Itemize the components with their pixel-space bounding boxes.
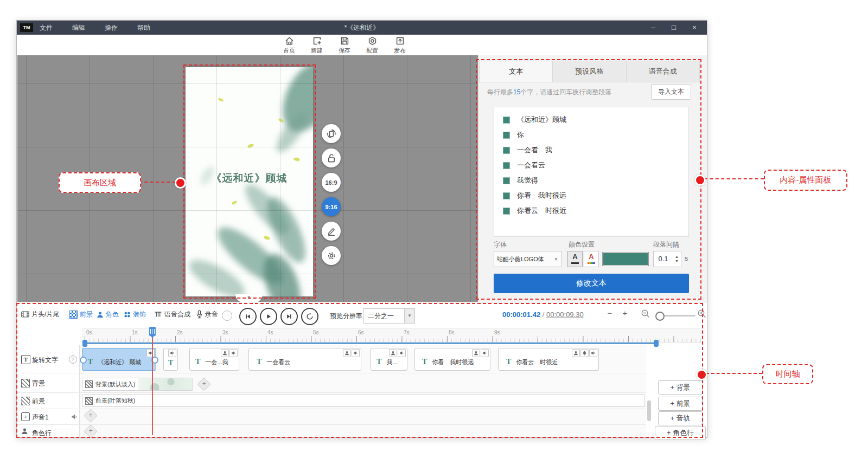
text-clip[interactable]: T你看云 时很近 <box>498 348 599 371</box>
mute-speaker-icon[interactable] <box>71 413 78 420</box>
minimize-button[interactable]: – <box>646 23 660 33</box>
add-character-row-button[interactable]: + 角色行 <box>655 426 706 440</box>
unlock-button[interactable] <box>322 148 341 167</box>
tab-text[interactable]: 文本 <box>480 61 552 82</box>
resolution-value: 二分之一 <box>363 309 404 323</box>
color-swatch[interactable] <box>602 252 649 266</box>
background-clip[interactable]: 背景(默认淡入) <box>82 378 193 391</box>
text-clip[interactable]: T一会...我 <box>189 348 239 371</box>
canvas-settings-button[interactable] <box>322 246 341 265</box>
list-item[interactable]: 你看云 时很近 <box>494 203 688 218</box>
canvas-collapse-tab[interactable]: ▼ <box>235 294 263 302</box>
stepper-arrows[interactable]: ▲▼ <box>673 251 681 267</box>
list-item[interactable]: 《远和近》顾城 <box>494 112 688 127</box>
current-time: 00:00:01.42 <box>502 311 540 319</box>
config-button[interactable]: 配置 <box>360 35 384 55</box>
video-preview[interactable]: 《远和近》顾城 <box>186 67 313 296</box>
bullet-icon <box>503 117 510 124</box>
zoom-in-icon[interactable] <box>697 309 707 319</box>
publish-button[interactable]: 发布 <box>388 35 412 55</box>
ratio-9-16-button[interactable]: 9:16 <box>322 197 341 216</box>
tool-intro-outro[interactable]: 片头/片尾 <box>21 309 59 319</box>
more-button[interactable]: ··· <box>222 311 232 321</box>
add-audio-track-button[interactable]: + 音轨 <box>658 411 703 425</box>
video-title-text[interactable]: 《远和近》顾城 <box>186 171 313 185</box>
next-frame-button[interactable] <box>280 308 298 325</box>
text-clip[interactable]: T《远和近》 顾城 <box>82 348 156 371</box>
playhead-handle[interactable] <box>149 327 156 336</box>
ratio-16-9-button[interactable]: 16:9 <box>322 173 341 192</box>
list-item[interactable]: 一会看云 <box>494 158 688 173</box>
add-background-track-button[interactable]: + 背景 <box>658 380 703 395</box>
arrow-up-icon[interactable]: ▲ <box>673 255 681 259</box>
preview-resolution-dropdown[interactable]: 二分之一 ▼ <box>363 308 415 324</box>
prev-frame-button[interactable] <box>239 308 257 325</box>
speaker-icon[interactable] <box>481 349 489 357</box>
person-icon[interactable] <box>472 349 480 357</box>
text-clip[interactable]: T一会看云 <box>248 348 361 371</box>
speaker-icon[interactable] <box>352 349 360 357</box>
paragraph-gap-stepper[interactable]: 0.1 ▲▼ <box>653 251 681 267</box>
arrow-down-icon[interactable]: ▼ <box>673 259 681 263</box>
list-item[interactable]: 你看 我时很远 <box>494 188 688 203</box>
speaker-icon[interactable] <box>589 349 597 357</box>
speaker-icon[interactable] <box>398 349 406 357</box>
replay-button[interactable] <box>301 308 318 325</box>
speaker-icon[interactable] <box>168 349 176 357</box>
speaker-icon[interactable] <box>229 349 238 357</box>
play-button[interactable] <box>260 308 277 325</box>
tool-tts[interactable]: 语音合成 <box>154 309 190 319</box>
ruler-label: 0s <box>86 329 92 335</box>
clip-t-glyph: T <box>376 358 381 366</box>
new-button[interactable]: 新建 <box>305 35 329 55</box>
add-foreground-track-button[interactable]: + 前景 <box>658 397 703 411</box>
person-icon[interactable] <box>221 349 229 357</box>
background-clip-label: 背景(默认淡入) <box>95 380 135 389</box>
import-text-button[interactable]: 导入文本 <box>651 84 691 100</box>
total-time[interactable]: 00:00:09.30 <box>546 311 584 319</box>
tool-record[interactable]: 录音 <box>196 309 218 319</box>
zoom-out-icon[interactable] <box>641 309 650 319</box>
time-increase-button[interactable]: + <box>620 308 630 318</box>
scrollbar-left-cap[interactable] <box>82 340 87 347</box>
timeline-ruler[interactable]: 0s 1s 2s 3s 4s 5s 6s 7s 8s 9s <box>82 328 705 342</box>
bullet-icon <box>503 162 510 169</box>
home-button[interactable]: 首页 <box>277 35 301 55</box>
rainbow-color-button[interactable]: A <box>584 251 599 267</box>
save-button[interactable]: 保存 <box>333 35 356 55</box>
tab-voice-synthesis[interactable]: 语音合成 <box>626 61 699 82</box>
tool-character[interactable]: 角色 <box>97 309 119 319</box>
text-clip[interactable]: T我... <box>371 348 407 371</box>
timecode: 00:00:01.42 / 00:00:09.30 <box>502 311 584 319</box>
modify-text-button[interactable]: 修改文本 <box>494 274 689 293</box>
text-clip[interactable]: T你看 我时很远 <box>414 348 490 371</box>
edit-canvas-button[interactable] <box>322 222 341 241</box>
tool-foreground[interactable]: 前景 <box>69 309 93 319</box>
rotate-orientation-button[interactable] <box>322 124 341 143</box>
help-question-icon[interactable]: ? <box>69 355 77 364</box>
track-label-rotating-text: 旋转文字 <box>32 355 58 365</box>
text-clip[interactable]: T <box>163 348 178 371</box>
list-item[interactable]: 我觉得 <box>494 173 688 188</box>
scrollbar-right-cap[interactable] <box>654 340 659 347</box>
tool-decoration[interactable]: 装饰 <box>124 309 146 319</box>
clip-left-handle[interactable] <box>80 357 87 364</box>
bell-icon[interactable] <box>580 349 589 357</box>
tool-label: 语音合成 <box>164 310 190 319</box>
zoom-slider-knob[interactable] <box>655 312 665 321</box>
maximize-button[interactable]: □ <box>667 23 681 33</box>
person-icon[interactable] <box>389 349 397 357</box>
time-decrease-button[interactable]: − <box>605 308 615 318</box>
text-color-button[interactable]: A <box>567 251 583 267</box>
person-icon[interactable] <box>343 349 351 357</box>
list-item[interactable]: 一会看 我 <box>494 143 688 158</box>
timeline-vertical-scrollbar[interactable] <box>647 400 651 421</box>
speaker-icon[interactable] <box>146 349 155 357</box>
timeline-horizontal-scrollbar[interactable] <box>86 342 655 344</box>
font-dropdown[interactable]: 站酷小薇LOGO体 ▼ <box>494 251 562 267</box>
list-item[interactable]: 你 <box>494 127 688 143</box>
tab-preset-style[interactable]: 预设风格 <box>552 61 626 82</box>
person-icon[interactable] <box>572 349 580 357</box>
close-button[interactable]: × <box>687 23 701 33</box>
foreground-clip[interactable]: 前景(叶落知秋) <box>82 395 645 407</box>
